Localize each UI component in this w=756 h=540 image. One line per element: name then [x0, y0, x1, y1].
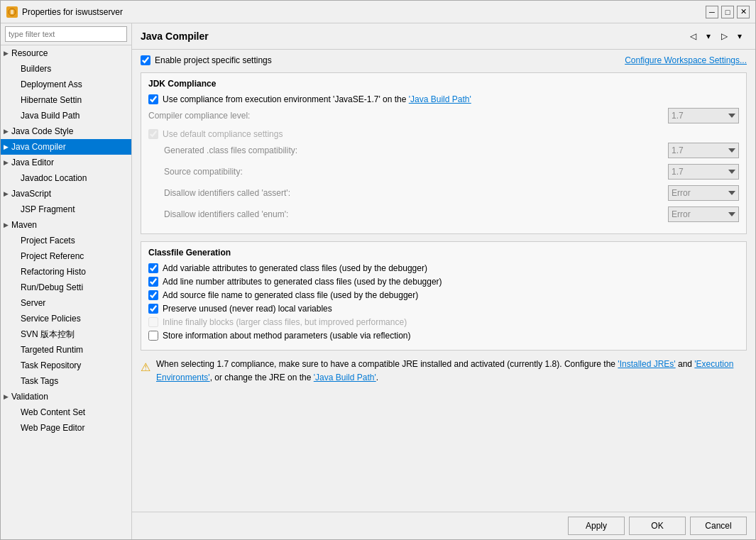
warning-box: ⚠ When selecting 1.7 compliance, make su… — [141, 358, 747, 385]
sidebar-item-javascript[interactable]: ▶JavaScript — [1, 186, 131, 202]
source-compat-row: Source compatibility: 1.7 — [148, 164, 739, 180]
store-info-checkbox[interactable] — [148, 331, 158, 341]
store-info-label: Store information about method parameter… — [163, 331, 411, 341]
main-content: ▶ResourceBuildersDeployment AssHibernate… — [1, 23, 755, 539]
classfile-row-add-variable: Add variable attributes to generated cla… — [148, 263, 739, 273]
use-compliance-checkbox[interactable] — [148, 94, 158, 104]
web-page-editor-label: Web Page Editor — [21, 423, 85, 433]
disallow-enum-select[interactable]: Error — [668, 206, 739, 222]
warning-text-2: and — [676, 359, 695, 369]
use-default-checkbox[interactable] — [148, 129, 158, 139]
java-build-path-link-2[interactable]: 'Java Build Path' — [314, 373, 376, 382]
inline-finally-checkbox[interactable] — [148, 317, 158, 327]
sidebar-item-validation[interactable]: ▶Validation — [1, 389, 131, 404]
sidebar-item-resource[interactable]: ▶Resource — [1, 45, 131, 61]
back-button[interactable]: ◁ — [686, 29, 700, 43]
content-header: Java Compiler ◁ ▾ ▷ ▾ — [132, 23, 755, 50]
deployment-ass-label: Deployment Ass — [21, 79, 82, 89]
warning-text: When selecting 1.7 compliance, make sure… — [156, 358, 747, 385]
sidebar-item-web-page-editor[interactable]: Web Page Editor — [1, 420, 131, 436]
apply-button[interactable]: Apply — [568, 517, 625, 535]
configure-workspace-link[interactable]: Configure Workspace Settings... — [625, 55, 747, 65]
inline-finally-label: Inline finally blocks (larger class file… — [163, 317, 407, 327]
sidebar-item-hibernate-settings[interactable]: Hibernate Settin — [1, 92, 131, 108]
java-build-path-label: Java Build Path — [21, 111, 80, 121]
generated-class-label: Generated .class files compatibility: — [148, 145, 297, 155]
sidebar-item-javadoc-location[interactable]: Javadoc Location — [1, 170, 131, 186]
classfile-row-inline-finally: Inline finally blocks (larger class file… — [148, 317, 739, 327]
sidebar-item-java-editor[interactable]: ▶Java Editor — [1, 155, 131, 170]
disallow-assert-label: Disallow identifiers called 'assert': — [148, 188, 290, 198]
enable-specific-checkbox[interactable] — [141, 55, 150, 65]
generated-class-select[interactable]: 1.7 — [668, 143, 739, 158]
sidebar: ▶ResourceBuildersDeployment AssHibernate… — [1, 23, 132, 539]
sidebar-item-deployment-ass[interactable]: Deployment Ass — [1, 77, 131, 92]
source-compat-select[interactable]: 1.7 — [668, 164, 739, 180]
use-default-label: Use default compliance settings — [163, 129, 283, 139]
forward-dropdown-button[interactable]: ▾ — [733, 29, 747, 43]
jdk-section-title: JDK Compliance — [148, 79, 739, 89]
sidebar-item-builders[interactable]: Builders — [1, 61, 131, 77]
warning-icon: ⚠ — [141, 359, 150, 376]
jsp-fragment-label: JSP Fragment — [21, 204, 75, 214]
window-title: Properties for iswustserver — [22, 7, 701, 17]
warning-text-4: . — [376, 373, 378, 382]
sidebar-item-server[interactable]: Server — [1, 295, 131, 311]
resource-arrow-icon: ▶ — [4, 50, 9, 57]
sidebar-item-java-build-path[interactable]: Java Build Path — [1, 108, 131, 123]
project-references-label: Project Referenc — [21, 251, 84, 261]
enable-row: Enable project specific settings Configu… — [141, 55, 747, 65]
sidebar-item-jsp-fragment[interactable]: JSP Fragment — [1, 202, 131, 217]
jdk-compliance-section: JDK Compliance Use compliance from execu… — [141, 72, 747, 234]
disallow-assert-select[interactable]: Error — [668, 185, 739, 201]
disallow-enum-label: Disallow identifiers called 'enum': — [148, 209, 288, 219]
sidebar-item-java-compiler[interactable]: ▶Java Compiler — [1, 139, 131, 155]
sidebar-item-targeted-runtime[interactable]: Targeted Runtim — [1, 342, 131, 358]
installed-jres-link[interactable]: 'Installed JREs' — [618, 359, 675, 369]
use-default-compliance-row: Use default compliance settings — [148, 129, 739, 139]
sidebar-item-run-debug-settings[interactable]: Run/Debug Setti — [1, 280, 131, 295]
disallow-enum-row: Disallow identifiers called 'enum': Erro… — [148, 206, 739, 222]
java-compiler-label: Java Compiler — [11, 142, 66, 152]
maximize-button[interactable]: □ — [721, 6, 734, 18]
compliance-level-row: Compiler compliance level: 1.7 — [148, 108, 739, 123]
compliance-level-select[interactable]: 1.7 — [668, 108, 739, 123]
add-source-file-checkbox[interactable] — [148, 290, 158, 300]
server-label: Server — [21, 298, 45, 308]
preserve-unused-checkbox[interactable] — [148, 304, 158, 314]
svn-label: SVN 版本控制 — [21, 329, 75, 341]
task-repository-label: Task Repository — [21, 360, 81, 370]
close-button[interactable]: ✕ — [737, 6, 750, 18]
back-dropdown-button[interactable]: ▾ — [701, 29, 716, 43]
sidebar-item-svn[interactable]: SVN 版本控制 — [1, 326, 131, 342]
java-editor-arrow-icon: ▶ — [4, 159, 9, 166]
cancel-button[interactable]: Cancel — [690, 517, 747, 535]
add-line-number-checkbox[interactable] — [148, 277, 158, 287]
filter-input[interactable] — [5, 26, 127, 42]
preserve-unused-label: Preserve unused (never read) local varia… — [163, 304, 332, 314]
sidebar-item-task-tags[interactable]: Task Tags — [1, 373, 131, 389]
disallow-assert-row: Disallow identifiers called 'assert': Er… — [148, 185, 739, 201]
add-variable-checkbox[interactable] — [148, 263, 158, 273]
generated-class-row: Generated .class files compatibility: 1.… — [148, 143, 739, 158]
forward-button[interactable]: ▷ — [717, 29, 731, 43]
sidebar-item-maven[interactable]: ▶Maven — [1, 217, 131, 233]
run-debug-settings-label: Run/Debug Setti — [21, 282, 83, 292]
sidebar-item-web-content-settings[interactable]: Web Content Set — [1, 404, 131, 420]
add-source-file-label: Add source file name to generated class … — [163, 290, 418, 300]
java-build-path-link-1[interactable]: 'Java Build Path' — [409, 94, 471, 104]
ok-button[interactable]: OK — [629, 517, 686, 535]
sidebar-item-refactoring-history[interactable]: Refactoring Histo — [1, 264, 131, 280]
javascript-arrow-icon: ▶ — [4, 190, 9, 197]
service-policies-label: Service Policies — [21, 314, 81, 324]
sidebar-item-project-facets[interactable]: Project Facets — [1, 233, 131, 248]
sidebar-item-task-repository[interactable]: Task Repository — [1, 358, 131, 373]
filter-box — [1, 23, 131, 45]
minimize-button[interactable]: ─ — [706, 6, 718, 18]
java-compiler-arrow-icon: ▶ — [4, 143, 9, 150]
builders-label: Builders — [21, 64, 51, 74]
sidebar-item-project-references[interactable]: Project Referenc — [1, 248, 131, 264]
window-controls: ─ □ ✕ — [706, 6, 750, 18]
sidebar-item-service-policies[interactable]: Service Policies — [1, 311, 131, 326]
sidebar-item-java-code-style[interactable]: ▶Java Code Style — [1, 123, 131, 139]
